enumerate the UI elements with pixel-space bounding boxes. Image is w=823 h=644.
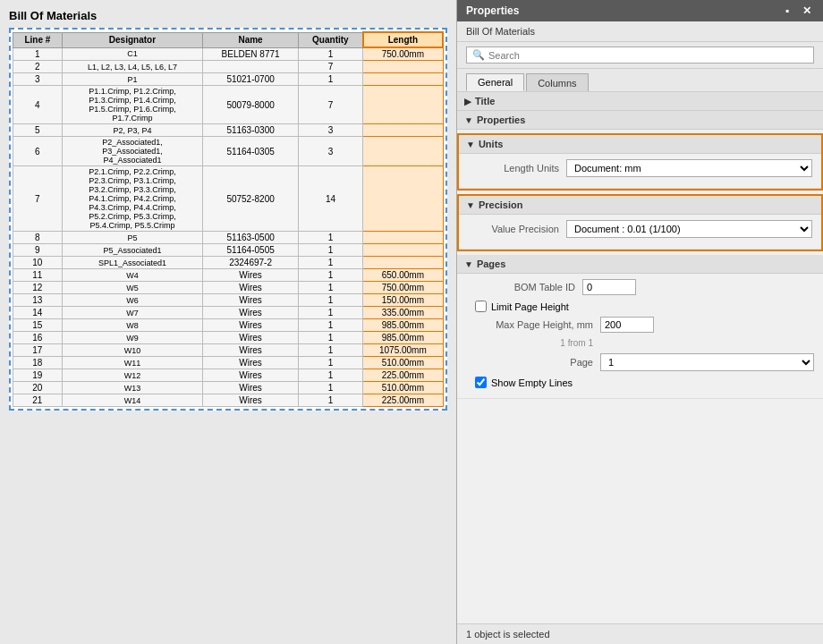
cell-name: 51021-0700 [203,73,299,86]
page-sub-label: 1 from 1 [466,338,600,348]
cell-line: 3 [13,73,63,86]
page-label-row: 1 from 1 [466,338,814,348]
left-panel: Bill Of Materials Line # Designator Name… [0,0,456,644]
cell-quantity: 1 [299,257,363,269]
page-select[interactable]: 1 [600,353,814,371]
cell-quantity: 1 [299,294,363,307]
bom-title: Bill Of Materials [9,9,447,22]
cell-line: 2 [13,61,63,73]
panel-title: Properties [466,4,519,17]
cell-line: 14 [13,307,63,319]
section-properties-label: Properties [477,114,525,125]
pages-arrow-icon: ▼ [464,259,473,269]
cell-designator: W14 [62,394,202,407]
properties-arrow-icon: ▼ [464,115,473,125]
section-units-header[interactable]: ▼ Units [459,135,821,154]
cell-line: 11 [13,269,63,282]
section-precision-label: Precision [479,199,523,210]
table-row: 9P5_Associated151164-05051 [13,244,444,257]
cell-designator: P5_Associated1 [62,244,202,257]
pin-button[interactable]: ▪ [780,4,794,17]
cell-length [363,137,443,166]
cell-line: 15 [13,319,63,332]
search-bar: 🔍 [457,42,823,69]
table-row: 5P2, P3, P451163-03003 [13,124,444,137]
search-input[interactable] [488,50,808,61]
cell-designator: SPL1_Associated1 [62,257,202,269]
limit-page-height-checkbox[interactable] [475,301,487,312]
table-row: 18W11Wires1510.00mm [13,357,444,369]
cell-length [363,124,443,137]
cell-name: Wires [203,382,299,394]
bom-table-id-input[interactable] [582,279,636,295]
col-header-length: Length [363,32,443,47]
cell-length: 225.00mm [363,369,443,382]
cell-name: Wires [203,269,299,282]
tab-general[interactable]: General [466,73,524,91]
cell-quantity: 1 [299,307,363,319]
cell-line: 10 [13,257,63,269]
cell-length: 985.00mm [363,332,443,344]
length-units-select[interactable]: Document: mm [566,159,812,177]
page-row: Page 1 [466,353,814,371]
table-row: 17W10Wires11075.00mm [13,344,444,357]
cell-quantity: 3 [299,137,363,166]
cell-length [363,257,443,269]
cell-length: 335.00mm [363,307,443,319]
table-row: 3P151021-07001 [13,73,444,86]
cell-name: 2324697-2 [203,257,299,269]
section-units-label: Units [479,139,504,149]
cell-length [363,73,443,86]
cell-line: 4 [13,86,63,124]
section-title-header[interactable]: ▶ Title [457,92,823,111]
cell-designator: P5 [62,232,202,244]
cell-line: 16 [13,332,63,344]
cell-line: 5 [13,124,63,137]
table-row: 4P1.1.Crimp, P1.2.Crimp, P1.3.Crimp, P1.… [13,86,444,124]
status-bar: 1 object is selected [457,623,823,644]
panel-header-controls: ▪ ✕ [780,4,814,17]
units-section-body: Length Units Document: mm [459,154,821,189]
cell-name: Wires [203,369,299,382]
panel-subtitle: Bill Of Materials [457,21,823,42]
cell-designator: W5 [62,282,202,294]
cell-length [363,86,443,124]
length-units-value: Document: mm [566,159,812,177]
section-precision-header[interactable]: ▼ Precision [459,196,821,215]
table-row: 11W4Wires1650.00mm [13,269,444,282]
value-precision-row: Value Precision Document : 0.01 (1/100) [468,220,812,238]
cell-designator: W13 [62,382,202,394]
table-row: 6P2_Associated1, P3_Associated1, P4_Asso… [13,137,444,166]
cell-designator: W9 [62,332,202,344]
cell-quantity: 1 [299,47,363,61]
cell-line: 12 [13,282,63,294]
close-button[interactable]: ✕ [800,4,814,17]
cell-line: 21 [13,394,63,407]
cell-line: 20 [13,382,63,394]
cell-name: Wires [203,294,299,307]
title-arrow-icon: ▶ [464,97,471,106]
section-properties-header[interactable]: ▼ Properties [457,111,823,130]
show-empty-lines-checkbox[interactable] [475,377,487,388]
cell-quantity: 1 [299,344,363,357]
cell-quantity: 1 [299,319,363,332]
precision-section: ▼ Precision Value Precision Document : 0… [457,194,823,251]
panel-header: Properties ▪ ✕ [457,0,823,21]
max-page-height-value [600,317,814,333]
section-pages-header[interactable]: ▼ Pages [457,255,823,274]
cell-quantity: 7 [299,61,363,73]
cell-length: 750.00mm [363,282,443,294]
table-row: 7P2.1.Crimp, P2.2.Crimp, P2.3.Crimp, P3.… [13,166,444,232]
value-precision-select[interactable]: Document : 0.01 (1/100) [566,220,812,238]
max-page-height-input[interactable] [600,317,654,333]
units-arrow-icon: ▼ [466,140,475,149]
tab-columns[interactable]: Columns [526,73,588,91]
pages-section-body: BOM Table ID Limit Page Height Max Page … [457,274,823,399]
cell-designator: W11 [62,357,202,369]
cell-length: 650.00mm [363,269,443,282]
cell-length [363,61,443,73]
search-input-wrap[interactable]: 🔍 [466,47,814,64]
cell-name: Wires [203,307,299,319]
cell-designator: P1.1.Crimp, P1.2.Crimp, P1.3.Crimp, P1.4… [62,86,202,124]
show-empty-lines-row: Show Empty Lines [466,377,814,388]
